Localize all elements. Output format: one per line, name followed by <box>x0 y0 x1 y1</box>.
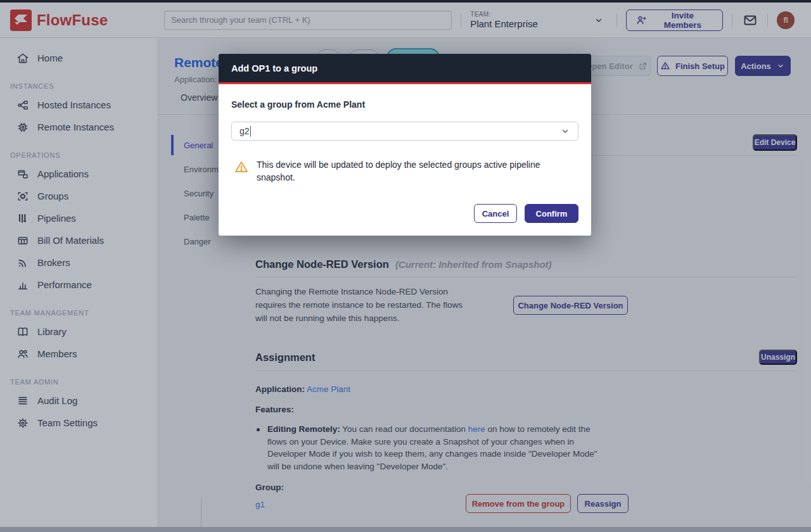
dialog-header: Add OP1 to a group <box>219 54 591 84</box>
dialog-title: Add OP1 to a group <box>231 63 317 73</box>
group-select-combobox[interactable]: g2 <box>231 122 578 141</box>
flowfuse-app: FlowFuse TEAM: Plant Enterprise Invite M… <box>0 0 811 532</box>
confirm-button[interactable]: Confirm <box>525 204 578 223</box>
cancel-button[interactable]: Cancel <box>474 204 517 223</box>
combobox-value: g2 <box>239 126 250 136</box>
add-to-group-dialog: Add OP1 to a group Select a group from A… <box>219 54 591 236</box>
dialog-body: Select a group from Acme Plant g2 This d… <box>219 84 591 236</box>
chevron-down-icon[interactable] <box>560 126 570 136</box>
warning-message: This device will be updated to deploy th… <box>231 158 578 184</box>
text-cursor <box>250 126 251 137</box>
warning-triangle-icon <box>234 160 249 184</box>
warning-text: This device will be updated to deploy th… <box>257 158 554 184</box>
dialog-prompt: Select a group from Acme Plant <box>231 99 578 110</box>
